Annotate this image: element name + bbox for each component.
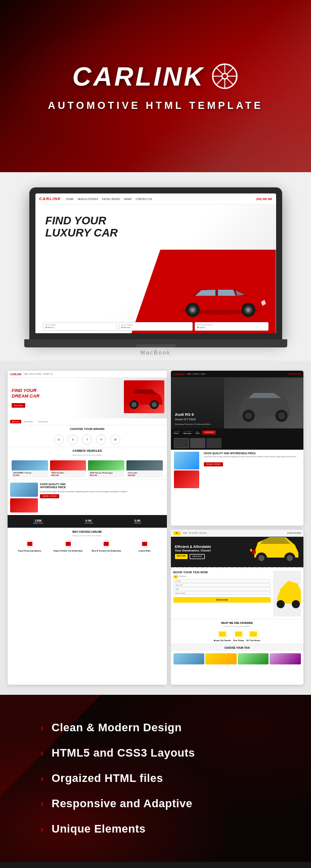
right-bottom-hero: Efficient & Affordable Your Destination,…	[171, 537, 303, 567]
hero-subtitle: AUTOMOTIVE HTML TEMPLATE	[48, 100, 263, 111]
left-mock-car-overlay	[124, 380, 164, 413]
car-card-4: Chevrolet $89,000	[126, 460, 163, 478]
taxi-logo: K	[173, 531, 181, 535]
right-bottom-screenshot: K HOME TOP OFFERS SERVICES (374) 874 559…	[171, 530, 303, 685]
right-top-hero: Audi RS 6 Avant GT 2024 Extraordinary Pe…	[171, 378, 303, 428]
book-fields: ▼ Downtown PICKUP DROP OFF DATE PASSENGE…	[173, 575, 271, 603]
left-mock-hero-text: FIND YOURDREAM CAR Find Now	[12, 388, 39, 408]
quality-img-2	[174, 470, 199, 488]
passengers-field: PASSENGERS	[173, 591, 271, 595]
svg-point-24	[278, 412, 285, 419]
taxi-hero-text: Efficient & Affordable Your Destination,…	[175, 545, 211, 552]
svg-rect-30	[250, 549, 252, 551]
car-card-3: 2020 Falcon Parkvanger $29,199	[88, 460, 124, 478]
taxi-car-image	[250, 537, 301, 567]
left-why-section: WHY CHOOSE CARLINK Simply dummy text of …	[8, 528, 167, 555]
car-card-1: 2022 BMW 7 Series $1,900	[12, 460, 48, 478]
screen-nav-links: HOME NEW & LISTINGS DETAIL PAGES NEWS CO…	[66, 198, 152, 201]
quality-img-1	[174, 452, 199, 469]
screenshots-section: CARLINK HOME NEW & LISTINGS CONTACT US F…	[0, 361, 311, 695]
svg-line-8	[227, 67, 234, 74]
feature-arrow-3: ›	[40, 773, 43, 784]
book-title: BOOK YOUR TAXI NOW	[173, 571, 271, 574]
left-mock-hero: FIND YOURDREAM CAR Find Now	[8, 378, 167, 418]
screen-hero-text: Find Your Luxury Car	[46, 215, 118, 239]
book-submit-btn: BOOK NOW	[173, 597, 271, 603]
offering-items: Airport City Transfer Door Pickup	[173, 629, 301, 642]
nav-link-news: NEWS	[124, 198, 131, 201]
brand-toyota: T	[82, 435, 92, 445]
filter-model: SELECT MODEL All Models	[119, 322, 193, 331]
svg-point-29	[287, 555, 293, 561]
svg-point-16	[246, 308, 250, 312]
hero-content: CARLINK AUTOMOTIVE HTML TEMPLATE	[48, 61, 263, 111]
brand-logo: CARLINK	[48, 61, 263, 92]
svg-point-20	[152, 402, 157, 407]
laptop-wrapper: CARLINK HOME NEW & LISTINGS DETAIL PAGES…	[29, 187, 282, 356]
feature-item-4: › Responsive and Adaptive	[40, 791, 271, 816]
svg-point-27	[258, 555, 264, 561]
right-bottom-book-section: BOOK YOUR TAXI NOW ▼ Downtown PICKUP DRO…	[171, 568, 303, 619]
left-filter-tabs: All Cars New Cars Used Cars	[8, 418, 167, 425]
screen-logo: CARLINK	[39, 196, 61, 201]
nav-link-home: HOME	[66, 198, 74, 201]
svg-line-9	[216, 78, 223, 85]
screen-car-image	[170, 275, 271, 323]
quality-title: GOOD QUALITY AND AFFORDABLE PRICE	[204, 452, 296, 455]
svg-point-33	[292, 600, 300, 608]
stat-3: 5.8K Sold Cars	[134, 519, 141, 524]
feature-arrow-1: ›	[40, 723, 43, 733]
right-bottom-nav: K HOME TOP OFFERS SERVICES (374) 874 559…	[171, 530, 303, 537]
right-top-screenshot: CARLINK HOME LISTINGS NEWS (342) 585 368	[171, 371, 303, 526]
left-why-items: Easy Financing Options Expert Vehicle Ca…	[12, 539, 163, 552]
screen-nav: CARLINK HOME NEW & LISTINGS DETAIL PAGES…	[35, 193, 276, 205]
feature-item-5: › Unique Elements	[40, 816, 271, 842]
feature-text-1: Clean & Modern Design	[52, 721, 182, 734]
feature-text-3: Orgaized HTML files	[52, 772, 163, 785]
left-quality-section: GOOD QUALITY ANDAFFORDABLE PRICE Lorem i…	[8, 480, 167, 515]
brand-honda: H	[54, 435, 64, 445]
screenshots-row: CARLINK HOME NEW & LISTINGS CONTACT US F…	[8, 371, 303, 685]
left-mock-nav: CARLINK HOME NEW & LISTINGS CONTACT US	[8, 371, 167, 378]
left-stats-bar: 128K Happy Clients 6.9K Cars Listed 5.8K…	[8, 515, 167, 528]
screen-phone: (342) 585 368	[256, 198, 272, 201]
left-brands-title: CHOOSE YOUR BRAND	[8, 425, 167, 432]
feature-text-5: Unique Elements	[52, 822, 146, 836]
right-top-quality: GOOD QUALITY AND AFFORDABLE PRICE Lorem …	[171, 450, 303, 490]
filter-style: SELECT BODY STYLE All Styles	[195, 322, 269, 331]
car-card-2: 2023 Kia Niro $60,500	[50, 460, 86, 478]
brand-audi: A	[68, 435, 78, 445]
laptop-label: MacBook	[29, 349, 282, 356]
feature-text-2: HTML5 and CSS3 Layouts	[52, 746, 195, 760]
feature-arrow-4: ›	[40, 799, 43, 809]
brand-name: CARLINK	[72, 61, 205, 92]
features-section: › Clean & Modern Design › HTML5 and CSS3…	[0, 695, 311, 862]
brand-mercedes: M	[110, 435, 120, 445]
right-top-logo: CARLINK	[173, 373, 185, 376]
right-top-specs: Fuel Type Petrol Transmission Automatic …	[171, 428, 303, 437]
offering-section: WHAT WE ARE OFFERING Lorem ipsum dolor s…	[171, 619, 303, 644]
right-top-car-bg	[224, 378, 303, 428]
screen-hero-title: Find Your Luxury Car	[46, 215, 118, 239]
left-screenshot-card: CARLINK HOME NEW & LISTINGS CONTACT US F…	[8, 371, 167, 685]
laptop-section: CARLINK HOME NEW & LISTINGS DETAIL PAGES…	[0, 172, 311, 361]
hero-section: CARLINK AUTOMOTIVE HTML TEMPLATE	[0, 0, 311, 172]
feature-item-1: › Clean & Modern Design	[40, 715, 271, 740]
left-mock-btn: Find Now	[12, 403, 25, 408]
stat-1: 128K Happy Clients	[33, 519, 43, 524]
left-car-cards: 2022 BMW 7 Series $1,900 2023 Kia Niro $…	[8, 458, 167, 480]
pickup-field: PICKUP	[173, 579, 271, 582]
date-field: DATE	[173, 587, 271, 590]
nav-link-contact: CONTACT US	[136, 198, 152, 201]
offering-title: WHAT WE ARE OFFERING	[173, 621, 301, 624]
screen-filters: SELECT MAKE All Makes SELECT MODEL All M…	[43, 322, 269, 331]
right-top-text: Audi RS 6 Avant GT 2024 Extraordinary Pe…	[175, 412, 210, 425]
choose-taxi-title: CHOOSE YOUR TAXI	[171, 644, 303, 651]
nav-link-listings: NEW & LISTINGS	[78, 198, 99, 201]
right-screenshots-col: CARLINK HOME LISTINGS NEWS (342) 585 368	[171, 371, 303, 685]
stat-2: 6.9K Cars Listed	[84, 519, 93, 524]
svg-point-13	[191, 308, 195, 312]
taxi-book-btn: BOOK NOW	[175, 554, 188, 559]
screen-hero-area: Find Your Luxury Car	[35, 205, 276, 333]
svg-point-32	[277, 600, 285, 608]
